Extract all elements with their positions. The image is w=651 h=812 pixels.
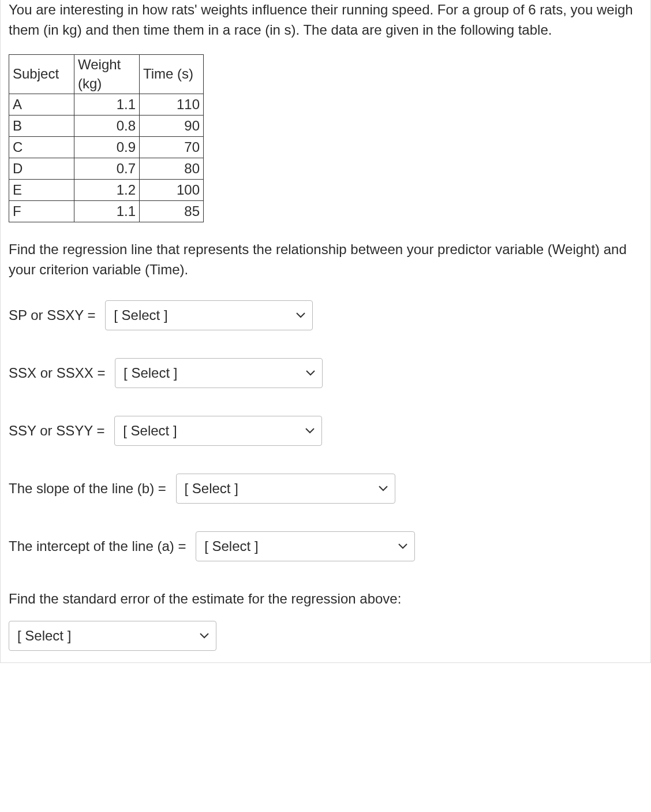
- table-row: A 1.1 110: [9, 94, 204, 115]
- cell-time: 90: [140, 115, 204, 136]
- chevron-down-icon: [306, 370, 315, 376]
- chevron-down-icon: [379, 486, 388, 491]
- cell-subject: C: [9, 136, 74, 158]
- intro-text: You are interesting in how rats' weights…: [9, 0, 642, 40]
- cell-time: 70: [140, 136, 204, 158]
- find-regression-text: Find the regression line that represents…: [9, 240, 642, 280]
- select-slope[interactable]: [ Select ]: [176, 474, 395, 504]
- cell-subject: F: [9, 200, 74, 222]
- label-intercept: The intercept of the line (a) =: [9, 537, 190, 557]
- chevron-down-icon: [305, 428, 315, 434]
- cell-weight: 1.1: [74, 94, 140, 115]
- select-sp-placeholder: [ Select ]: [114, 306, 167, 326]
- select-intercept[interactable]: [ Select ]: [196, 531, 415, 561]
- label-slope: The slope of the line (b) =: [9, 479, 170, 499]
- col-header-time: Time (s): [140, 54, 204, 94]
- chevron-down-icon: [296, 312, 305, 318]
- select-ssy-placeholder: [ Select ]: [123, 421, 177, 441]
- select-std-err-placeholder: [ Select ]: [17, 626, 71, 646]
- cell-weight: 0.8: [74, 115, 140, 136]
- label-ssx: SSX or SSXX =: [9, 363, 109, 383]
- cell-weight: 1.2: [74, 179, 140, 200]
- cell-subject: D: [9, 158, 74, 179]
- chevron-down-icon: [398, 543, 407, 549]
- cell-subject: B: [9, 115, 74, 136]
- table-row: E 1.2 100: [9, 179, 204, 200]
- std-err-prompt: Find the standard error of the estimate …: [9, 589, 642, 609]
- col-header-weight: Weight (kg): [74, 54, 140, 94]
- select-ssy[interactable]: [ Select ]: [114, 416, 322, 446]
- select-sp[interactable]: [ Select ]: [105, 300, 313, 330]
- table-row: D 0.7 80: [9, 158, 204, 179]
- label-sp: SP or SSXY =: [9, 306, 99, 326]
- select-std-err[interactable]: [ Select ]: [9, 621, 216, 651]
- cell-time: 100: [140, 179, 204, 200]
- cell-time: 80: [140, 158, 204, 179]
- col-header-subject: Subject: [9, 54, 74, 94]
- select-ssx-placeholder: [ Select ]: [124, 363, 177, 383]
- cell-weight: 1.1: [74, 200, 140, 222]
- cell-time: 110: [140, 94, 204, 115]
- cell-weight: 0.7: [74, 158, 140, 179]
- cell-weight: 0.9: [74, 136, 140, 158]
- select-ssx[interactable]: [ Select ]: [115, 358, 323, 388]
- table-row: C 0.9 70: [9, 136, 204, 158]
- select-slope-placeholder: [ Select ]: [185, 479, 238, 499]
- select-intercept-placeholder: [ Select ]: [204, 537, 258, 557]
- label-ssy: SSY or SSYY =: [9, 421, 108, 441]
- data-table: Subject Weight (kg) Time (s) A 1.1 110 B…: [9, 54, 204, 222]
- chevron-down-icon: [200, 633, 209, 639]
- table-row: B 0.8 90: [9, 115, 204, 136]
- cell-subject: E: [9, 179, 74, 200]
- cell-subject: A: [9, 94, 74, 115]
- cell-time: 85: [140, 200, 204, 222]
- table-row: F 1.1 85: [9, 200, 204, 222]
